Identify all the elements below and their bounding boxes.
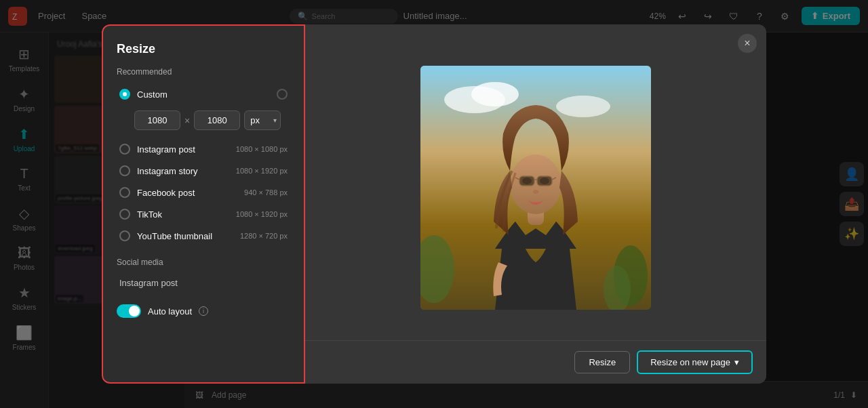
radio-tiktok[interactable] [119, 209, 130, 220]
option-instagram-post[interactable]: Instagram post 1080 × 1080 px [117, 138, 290, 160]
dialog-preview [305, 24, 766, 340]
option-tiktok-left: TikTok [119, 209, 162, 220]
option-facebook-post[interactable]: Facebook post 940 × 788 px [117, 182, 290, 203]
option-ig-story-name: Instagram story [137, 166, 198, 176]
option-yt-thumb-left: YouTube thumbnail [119, 230, 212, 241]
social-instagram-post[interactable]: Instagram post [117, 274, 290, 292]
option-ig-post-left: Instagram post [119, 144, 195, 155]
option-ig-story-dims: 1080 × 1920 px [236, 167, 288, 175]
option-ig-post-name: Instagram post [137, 144, 195, 155]
option-tiktok-name: TikTok [137, 209, 162, 220]
radio-instagram-post[interactable] [119, 144, 130, 155]
option-yt-thumb-dims: 1280 × 720 px [240, 232, 288, 240]
option-tiktok-dims: 1080 × 1920 px [236, 210, 288, 218]
option-ig-post-dims: 1080 × 1080 px [236, 145, 288, 153]
unit-select[interactable]: px % cm mm in [244, 110, 281, 130]
radio-youtube-thumbnail[interactable] [119, 230, 130, 241]
social-media-label: Social media [117, 258, 290, 267]
dialog-title: Resize [117, 42, 290, 56]
svg-point-9 [510, 155, 561, 214]
lock-icon-custom [277, 89, 288, 100]
custom-size-row: × px % cm mm in ▾ [134, 110, 290, 130]
svg-point-4 [556, 96, 610, 117]
auto-layout-label: Auto layout [148, 306, 192, 317]
option-fb-post-dims: 940 × 788 px [244, 188, 288, 197]
preview-svg [420, 66, 651, 310]
radio-custom[interactable] [119, 89, 130, 100]
width-input[interactable] [134, 110, 180, 130]
svg-point-17 [533, 190, 538, 194]
option-yt-thumb-name: YouTube thumbnail [137, 231, 212, 241]
dialog-footer: Resize Resize on new page ▾ [305, 340, 766, 384]
option-fb-post-left: Facebook post [119, 187, 195, 198]
size-separator: × [184, 115, 190, 126]
close-button[interactable]: × [738, 34, 757, 53]
svg-rect-12 [519, 176, 534, 186]
dialog-left-panel: Resize Recommended Custom × px % cm mm i… [102, 24, 305, 384]
option-youtube-thumbnail[interactable]: YouTube thumbnail 1280 × 720 px [117, 225, 290, 247]
svg-rect-13 [537, 176, 552, 186]
social-media-section: Social media Instagram post [117, 258, 290, 292]
dialog-right-panel: × [305, 24, 766, 384]
svg-point-3 [471, 82, 519, 106]
option-custom-left: Custom [119, 89, 167, 100]
resize-new-arrow-icon: ▾ [734, 357, 739, 367]
auto-layout-toggle[interactable] [117, 304, 141, 318]
option-custom[interactable]: Custom [117, 83, 290, 105]
height-input[interactable] [194, 110, 240, 130]
resize-on-new-page-button[interactable]: Resize on new page ▾ [637, 350, 753, 374]
auto-layout-row: Auto layout i [117, 304, 290, 318]
recommended-section-label: Recommended [117, 67, 290, 77]
option-ig-story-left: Instagram story [119, 165, 198, 176]
radio-facebook-post[interactable] [119, 187, 130, 198]
unit-select-wrapper: px % cm mm in ▾ [244, 110, 281, 130]
option-custom-name: Custom [137, 89, 167, 100]
auto-layout-info-icon[interactable]: i [199, 306, 208, 316]
preview-image [420, 66, 651, 310]
resize-new-label: Resize on new page [650, 357, 730, 367]
option-instagram-story[interactable]: Instagram story 1080 × 1920 px [117, 160, 290, 182]
resize-button[interactable]: Resize [574, 351, 630, 373]
radio-instagram-story[interactable] [119, 165, 130, 176]
resize-dialog: Resize Recommended Custom × px % cm mm i… [102, 24, 766, 384]
option-tiktok[interactable]: TikTok 1080 × 1920 px [117, 203, 290, 225]
option-fb-post-name: Facebook post [137, 188, 195, 198]
